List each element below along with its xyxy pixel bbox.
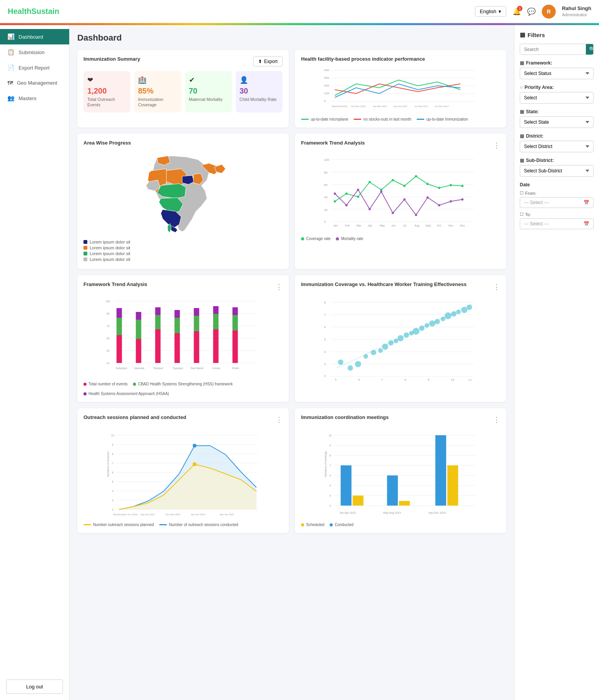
svg-text:2: 2: [112, 508, 114, 511]
outreach-title: Outreach sessions planned and conducted: [83, 414, 186, 420]
stat-label-coverage: Immunization Coverage: [138, 97, 177, 108]
svg-rect-196: [436, 435, 446, 506]
svg-point-125: [338, 359, 344, 365]
logout-button[interactable]: Log out: [6, 680, 63, 694]
svg-text:10: 10: [107, 362, 110, 364]
search-input[interactable]: [520, 44, 586, 55]
state-select[interactable]: Select State: [520, 116, 594, 128]
svg-text:6: 6: [330, 474, 331, 477]
coordination-menu[interactable]: ⋮: [493, 416, 500, 424]
stat-value-child: 30: [240, 87, 279, 95]
notification-button[interactable]: 🔔 1: [512, 7, 521, 16]
svg-point-45: [392, 212, 394, 214]
svg-text:4: 4: [330, 494, 331, 497]
svg-rect-77: [117, 318, 122, 335]
svg-text:Jan: Jan: [334, 224, 338, 227]
svg-text:Jan-Apr 2023: Jan-Apr 2023: [340, 511, 356, 514]
svg-point-31: [369, 181, 371, 183]
svg-text:10: 10: [451, 378, 454, 382]
svg-text:40: 40: [324, 196, 328, 199]
stat-icon-outreach: ❤: [87, 76, 126, 84]
legend-hsaa: Health Systems Assessment Approach (HSAA…: [83, 392, 169, 396]
sidebar-item-dashboard[interactable]: 📊 Dashboard: [0, 29, 69, 44]
svg-rect-195: [399, 501, 410, 506]
svg-text:Unnao: Unnao: [213, 367, 221, 370]
svg-text:Feb: Feb: [345, 224, 350, 227]
outreach-menu[interactable]: ⋮: [276, 416, 282, 424]
avatar: R: [542, 5, 556, 19]
svg-text:9: 9: [330, 444, 331, 447]
filter-framework: ▦ Framework: Select Status: [520, 60, 594, 79]
filter-district: ▦ District: Select District: [520, 133, 594, 152]
subdistrict-select[interactable]: Select Sub-District: [520, 165, 594, 177]
framework-select[interactable]: Select Status: [520, 68, 594, 79]
scatter-chart: 8 7 6 5 4 3 2 5 6 7 8 9: [301, 296, 500, 382]
svg-point-141: [435, 319, 440, 324]
legend-conducted-coord: Conducted: [330, 523, 353, 527]
svg-text:Jan-Mar 2017: Jan-Mar 2017: [373, 105, 388, 107]
svg-text:400: 400: [324, 68, 330, 72]
svg-text:Nov-Dec 2022: Nov-Dec 2022: [166, 513, 181, 516]
svg-rect-95: [233, 315, 238, 330]
framework-trend-title: Framework Trend Analysis: [301, 140, 365, 146]
svg-text:Dec: Dec: [460, 224, 465, 227]
svg-text:Mar: Mar: [357, 224, 362, 227]
language-selector[interactable]: English ▾: [475, 6, 507, 17]
svg-point-36: [427, 183, 429, 185]
svg-text:3: 3: [112, 499, 114, 502]
stat-coverage: 🏥 85% Immunization Coverage: [134, 71, 181, 112]
lang-label: English: [480, 9, 497, 14]
search-button[interactable]: 🔍: [586, 44, 594, 55]
svg-rect-193: [353, 496, 364, 506]
framework-trend-menu[interactable]: ⋮: [493, 141, 500, 150]
imm-stats: ❤ 1,200 Total Outreach Events 🏥 85% Immu…: [83, 71, 282, 112]
search-box: 🔍: [520, 44, 594, 55]
main-content: Dashboard Immunization Summary ⬆ Export …: [70, 25, 514, 700]
area-wise-card: Area Wise Progress: [77, 134, 289, 269]
stat-label-maternal: Maternal Mortality: [189, 97, 228, 102]
date-from-input[interactable]: --- Select --- 📅: [520, 197, 594, 208]
export-button[interactable]: ⬆ Export: [253, 56, 282, 66]
checkbox-to[interactable]: ☐: [520, 212, 524, 217]
filters-panel: ▦ Filters 🔍 ▦ Framework: Select Status ○…: [514, 25, 599, 700]
svg-point-44: [380, 191, 383, 193]
outreach-header: Outreach sessions planned and conducted …: [83, 414, 282, 425]
svg-rect-96: [233, 307, 238, 315]
svg-point-127: [355, 361, 361, 367]
svg-text:200: 200: [324, 84, 330, 87]
date-to-input[interactable]: --- Select --- 📅: [520, 218, 594, 229]
svg-text:Sultanpur: Sultanpur: [116, 367, 128, 370]
imm-card-title: Immunization Summary: [83, 56, 140, 62]
svg-text:Jun: Jun: [391, 224, 396, 227]
svg-rect-192: [341, 465, 352, 506]
svg-text:8: 8: [405, 378, 407, 382]
sidebar-item-masters[interactable]: 👥 Masters: [0, 90, 69, 106]
svg-rect-85: [175, 333, 180, 363]
district-select[interactable]: Select District: [520, 141, 594, 152]
checkbox-from[interactable]: ☐: [520, 191, 524, 196]
message-button[interactable]: 💬: [527, 7, 536, 16]
svg-text:Aug: Aug: [415, 224, 420, 227]
priority-icon: ○: [520, 85, 522, 90]
geo-icon: 🗺: [7, 80, 13, 86]
sidebar-item-submission[interactable]: 📋 Submission: [0, 44, 69, 60]
priority-select[interactable]: Select: [520, 92, 594, 104]
svg-rect-91: [213, 329, 219, 363]
immunization-coverage-menu[interactable]: ⋮: [493, 283, 500, 291]
row-2: Area Wise Progress: [77, 134, 506, 269]
sidebar-item-geo[interactable]: 🗺 Geo Management: [0, 75, 69, 90]
svg-text:5: 5: [330, 484, 331, 487]
sidebar-item-export[interactable]: 📄 Export Report: [0, 60, 69, 75]
svg-rect-84: [155, 307, 161, 315]
svg-point-48: [427, 196, 429, 199]
sidebar-item-label: Export Report: [19, 65, 49, 71]
framework-trend2-card: Framework Trend Analysis ⋮ 100 90 70 50 …: [77, 275, 289, 402]
user-name: Rahul Singh: [562, 5, 591, 12]
svg-rect-79: [136, 339, 141, 363]
svg-text:0: 0: [324, 220, 326, 223]
framework-trend2-legend: Total number of events CBAD Health Syste…: [83, 382, 282, 396]
framework-trend2-menu[interactable]: ⋮: [276, 283, 282, 291]
svg-point-139: [425, 323, 429, 328]
svg-text:7: 7: [324, 313, 326, 317]
svg-rect-90: [194, 308, 199, 316]
